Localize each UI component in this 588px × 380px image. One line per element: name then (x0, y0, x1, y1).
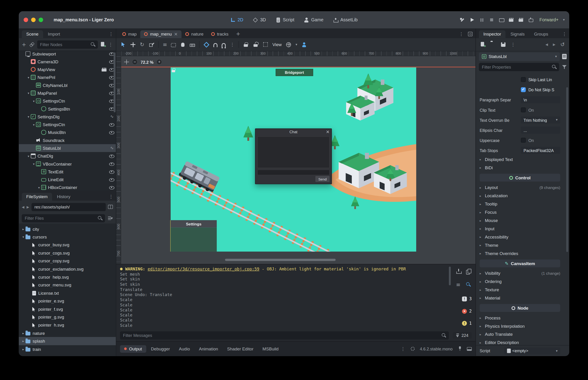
horizontal-ruler[interactable]: -200 -100 0 100 200 300 400 500 600 700 … (121, 51, 475, 56)
tree-node-subviewport[interactable]: Subviewport (19, 51, 116, 57)
canvas-horizontal-scrollbar[interactable] (225, 259, 336, 261)
lock-node-icon[interactable] (243, 42, 249, 47)
checkbox[interactable] (521, 108, 526, 112)
tab-msbuild[interactable]: MSBuild (258, 345, 283, 352)
snap-options-icon[interactable] (222, 43, 226, 47)
kebab-icon[interactable]: ⋮ (109, 194, 113, 199)
build-tool-icon[interactable] (460, 17, 465, 22)
select-tool-icon[interactable] (120, 42, 126, 47)
kebab-icon[interactable]: ⋮ (459, 32, 463, 37)
output-log[interactable]: WARNING: editor/import/3d/resource_impor… (116, 264, 475, 330)
folder-row-train[interactable]: ▸train (19, 345, 116, 353)
section-node[interactable]: Node (480, 304, 560, 312)
tree-node-mappanel[interactable]: ▾MapPanel (19, 89, 116, 97)
group-auto-translate[interactable]: ▸Auto Translate (480, 330, 567, 339)
list-select-icon[interactable]: ≡ (163, 42, 167, 47)
inspector-scrollbar[interactable] (566, 87, 568, 252)
scene-tab-tracks[interactable]: tracks (207, 30, 232, 38)
rotate-tool-icon[interactable]: ↻ (140, 42, 144, 47)
tree-node-citynamelbl[interactable]: CityNameLbl (19, 81, 116, 89)
preview-camera-icon[interactable] (301, 42, 307, 47)
move-tool-icon[interactable] (130, 42, 136, 47)
file-row[interactable]: cursor_copy.svg (19, 257, 116, 265)
tree-node-vboxcontainer[interactable]: ▾VBoxContainer (19, 160, 116, 168)
movie-mode-icon[interactable] (499, 17, 504, 22)
tab-import[interactable]: Import (43, 30, 64, 38)
pan-tool-icon[interactable] (180, 42, 186, 47)
warning-count-badge[interactable]: !1 (462, 321, 472, 326)
collapse-arrow-icon[interactable]: ▾ (21, 235, 25, 239)
collapse-arrow-icon[interactable]: ▾ (26, 91, 31, 95)
kebab-icon[interactable]: ⋮ (562, 32, 567, 37)
scene-tab-map[interactable]: map (119, 30, 140, 38)
file-row[interactable]: pointer_f.svg (19, 305, 116, 313)
search-log-icon[interactable] (466, 282, 471, 287)
collapse-arrow-icon[interactable]: ▾ (31, 123, 36, 126)
stop-button[interactable] (489, 17, 495, 22)
tab-filesystem[interactable]: FileSystem (22, 193, 52, 201)
group-process[interactable]: ▸Process (480, 314, 567, 322)
split-view-icon[interactable] (108, 205, 113, 209)
kebab-icon[interactable]: ⋮ (401, 346, 405, 351)
kebab-icon[interactable]: ⋮ (230, 42, 235, 47)
save-resource-icon[interactable] (501, 42, 506, 47)
scene-tab-nature[interactable]: nature (181, 30, 207, 38)
group-theme[interactable]: ▸Theme (480, 241, 567, 249)
history-forward-icon[interactable]: ▶ (553, 43, 555, 46)
group-visibility[interactable]: ▸Visibility(1 change) (480, 269, 567, 278)
nav-back-icon[interactable]: ◀ (22, 205, 24, 209)
tree-node-mapview[interactable]: MapView (19, 66, 116, 73)
tree-node-statuslbl[interactable]: StatusLbl∿ (19, 144, 116, 152)
tab-game[interactable]: Game (304, 17, 323, 22)
connection-icon[interactable]: ∿ (110, 146, 114, 151)
tree-node-soundtrack[interactable]: Soundtrack (19, 136, 116, 144)
collapse-arrow-icon[interactable]: ▸ (21, 339, 25, 343)
vertical-ruler[interactable]: 100 200 300 400 500 600 700 800 (116, 56, 121, 264)
tab-shader-editor[interactable]: Shader Editor (223, 345, 258, 352)
expand-viewport-icon[interactable] (468, 32, 473, 37)
tree-node-hboxcontainer[interactable]: ▾HBoxContainer (19, 184, 116, 190)
script-dropdown[interactable]: <empty>▾ (504, 347, 560, 354)
file-row[interactable]: pointer_h.svg (19, 321, 116, 329)
collapse-arrow-icon[interactable]: ▾ (26, 154, 31, 158)
region-select-icon[interactable] (171, 43, 176, 47)
tree-node-camera3d[interactable]: Camera3D (19, 57, 116, 65)
collapse-arrow-icon[interactable]: ▸ (21, 227, 25, 231)
tab-inspector[interactable]: Inspector (479, 30, 505, 38)
play-button[interactable] (470, 17, 475, 22)
zoom-window-button[interactable] (39, 18, 43, 22)
view-menu-button[interactable]: View (273, 42, 282, 47)
scene-tree-scrollbar[interactable] (114, 53, 116, 112)
zoom-level[interactable]: 72.2 % (141, 60, 153, 64)
group-input[interactable]: ▸Input (480, 225, 567, 233)
tree-node-settingsbtn[interactable]: SettingsBtn (19, 105, 116, 113)
tree-node-settingsctn[interactable]: ▾SettingsCtn (19, 97, 116, 105)
film-icon[interactable] (102, 68, 106, 71)
chat-message-area[interactable] (257, 136, 330, 168)
visibility-eye-icon[interactable] (109, 122, 114, 127)
tab-debugger[interactable]: Debugger (147, 345, 174, 352)
tab-3d[interactable]: 3D (253, 17, 266, 22)
collapse-arrow-icon[interactable]: ▾ (37, 186, 41, 189)
tree-node-textedit[interactable]: TextEdit (19, 168, 116, 175)
dropdown[interactable]: Trim Nothing▾ (521, 116, 560, 124)
group-mouse[interactable]: ▸Mouse (480, 216, 567, 225)
scene-tab-map-menu[interactable]: map_menu× (140, 30, 181, 38)
group-texture[interactable]: ▸Texture (480, 286, 567, 294)
folder-row-splash[interactable]: ▸splash (19, 337, 116, 345)
folder-row-cursors[interactable]: ▾cursors (19, 233, 116, 241)
tab-2d[interactable]: 2D (230, 17, 243, 22)
collapse-arrow-icon[interactable]: ▾ (26, 76, 31, 79)
scale-tool-icon[interactable] (148, 42, 154, 47)
group-ordering[interactable]: ▸Ordering (480, 278, 567, 286)
play-custom-scene-button[interactable] (518, 17, 524, 22)
new-scene-tab-button[interactable]: + (232, 30, 244, 38)
folder-row-city[interactable]: ▸city (19, 225, 116, 233)
file-row[interactable]: pointer_e.svg (19, 297, 116, 305)
filter-nodes-input[interactable] (37, 40, 98, 49)
kebab-icon[interactable]: ⋮ (511, 42, 515, 47)
grid-snap-icon[interactable] (214, 43, 218, 47)
group-localization[interactable]: ▸Localization (480, 192, 567, 200)
checkbox-checked[interactable] (521, 87, 526, 92)
breadcrumb[interactable]: res://assets/splash/ (31, 203, 106, 211)
